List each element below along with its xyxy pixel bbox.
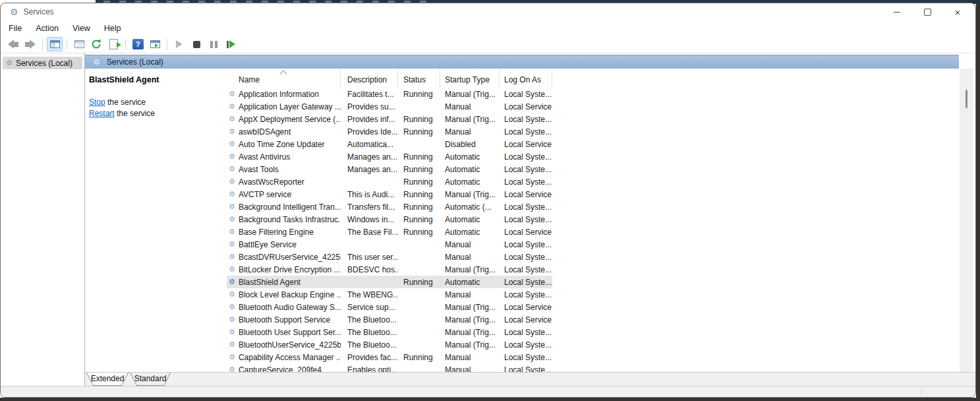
table-row[interactable]: ⚙ AvastWscReporter Running Automatic Loc… (227, 175, 552, 188)
cell-description: Windows in... (341, 215, 398, 224)
toolbar-separator (67, 39, 67, 50)
forward-button[interactable] (22, 37, 38, 51)
toolbar-separator (42, 39, 43, 50)
cell-startup-type: Automatic (440, 228, 500, 237)
table-row[interactable]: ⚙ AppX Deployment Service (... Provides … (227, 113, 552, 125)
table-row[interactable]: ⚙ Auto Time Zone Updater Automatica... D… (227, 138, 552, 150)
cell-status: Running (398, 90, 440, 99)
cell-log-on-as: Local Service (500, 140, 552, 149)
cell-status: Running (398, 190, 440, 199)
cell-status: Running (398, 228, 440, 237)
service-gear-icon: ⚙ (229, 153, 235, 160)
cell-log-on-as: Local Syste... (500, 165, 552, 174)
cell-startup-type: Automatic (440, 215, 500, 224)
table-row[interactable]: ⚙ BattlEye Service Manual Local Syste... (227, 238, 552, 251)
pause-service-button[interactable] (206, 37, 221, 51)
minimize-button[interactable] (882, 3, 912, 20)
toolbar-separator (125, 39, 126, 50)
restart-service-button[interactable] (223, 37, 239, 51)
restart-service-icon (227, 40, 235, 48)
start-service-icon (176, 40, 183, 48)
table-row[interactable]: ⚙ BcastDVRUserService_4225b This user se… (227, 251, 552, 263)
menu-view[interactable]: View (72, 24, 90, 33)
service-name-text: AvastWscReporter (239, 177, 304, 187)
maximize-button[interactable] (912, 3, 942, 20)
cell-log-on-as: Local Service (500, 102, 552, 111)
toolbar-separator (167, 39, 167, 50)
cell-status: Running (398, 278, 440, 287)
cell-log-on-as: Local Service (500, 315, 552, 324)
show-action-pane-button[interactable] (147, 37, 163, 51)
service-name-text: Application Layer Gateway ... (239, 102, 341, 111)
vertical-scrollbar[interactable] (960, 69, 973, 372)
service-name-text: AppX Deployment Service (... (239, 115, 341, 124)
table-row[interactable]: ⚙ Base Filtering Engine The Base Fil... … (227, 226, 552, 238)
toolbar: ? (1, 36, 975, 53)
service-gear-icon: ⚙ (229, 203, 235, 210)
cell-name: ⚙ BlastShield Agent (227, 278, 341, 287)
cell-log-on-as: Local Syste... (500, 115, 552, 124)
start-service-button[interactable] (171, 37, 187, 51)
minimize-icon (894, 12, 900, 13)
service-gear-icon: ⚙ (229, 115, 235, 123)
column-header-description[interactable]: Description (341, 69, 398, 88)
cell-description: Provides inf... (341, 115, 398, 124)
back-button[interactable] (5, 37, 21, 51)
refresh-button[interactable] (88, 37, 104, 51)
pane-header-title: Services (Local) (107, 57, 163, 67)
scrollbar-thumb[interactable] (966, 90, 967, 108)
table-row[interactable]: ⚙ BluetoothUserService_4225b The Bluetoo… (227, 338, 552, 351)
menu-action[interactable]: Action (36, 24, 59, 33)
table-row[interactable]: ⚙ BlastShield Agent Running Automatic Lo… (227, 276, 552, 288)
tab-standard[interactable]: Standard (130, 373, 171, 386)
table-row[interactable]: ⚙ Application Layer Gateway ... Provides… (227, 100, 552, 113)
menu-help[interactable]: Help (104, 24, 121, 33)
table-row[interactable]: ⚙ Avast Tools Manages an... Running Auto… (227, 163, 552, 175)
cell-log-on-as: Local Syste... (500, 365, 552, 373)
stop-service-button[interactable] (188, 37, 204, 51)
console-tree-panel: ⚙ Services (Local) (1, 53, 85, 386)
service-name-text: BcastDVRUserService_4225b (239, 253, 341, 262)
menu-file[interactable]: File (9, 24, 22, 33)
table-row[interactable]: ⚙ CaptureService_209fe4 Enables opti... … (227, 363, 552, 372)
show-console-tree-button[interactable] (47, 37, 63, 51)
cell-name: ⚙ Auto Time Zone Updater (227, 140, 341, 149)
cell-startup-type: Automatic (440, 278, 500, 287)
cell-description: Provides fac... (341, 353, 398, 362)
action-pane-icon (150, 40, 160, 48)
table-row[interactable]: ⚙ Background Intelligent Tran... Transfe… (227, 200, 552, 213)
table-row[interactable]: ⚙ Block Level Backup Engine ... The WBEN… (227, 288, 552, 301)
cell-startup-type: Manual (Trig... (440, 115, 500, 124)
table-row[interactable]: ⚙ aswbIDSAgent Provides Ide... Running M… (227, 125, 552, 138)
service-name-text: AVCTP service (239, 190, 291, 199)
table-row[interactable]: ⚙ Avast Antivirus Manages an... Running … (227, 150, 552, 163)
pane-header-gear-icon: ⚙ (93, 58, 100, 66)
services-app-icon: ⚙ (10, 7, 18, 16)
table-row[interactable]: ⚙ Bluetooth User Support Ser... The Blue… (227, 326, 552, 338)
service-gear-icon: ⚙ (229, 354, 235, 361)
tree-item-services-local[interactable]: ⚙ Services (Local) (3, 57, 82, 69)
column-header-log-on-as[interactable]: Log On As (500, 69, 552, 88)
cell-log-on-as: Local Syste... (500, 215, 552, 224)
column-header-status[interactable]: Status (398, 69, 440, 88)
restart-service-link[interactable]: Restart (89, 109, 115, 118)
properties-button[interactable] (71, 37, 87, 51)
table-row[interactable]: ⚙ Bluetooth Audio Gateway S... Service s… (227, 301, 552, 313)
cell-log-on-as: Local Syste... (500, 290, 552, 299)
help-button[interactable]: ? (130, 37, 146, 51)
close-button[interactable]: × (942, 3, 973, 20)
table-row[interactable]: ⚙ BitLocker Drive Encryption ... BDESVC … (227, 263, 552, 276)
tab-extended[interactable]: Extended (86, 373, 129, 386)
table-row[interactable]: ⚙ Application Information Facilitates t.… (227, 88, 552, 100)
cell-name: ⚙ Application Information (227, 90, 341, 99)
close-icon: × (955, 7, 961, 17)
export-list-button[interactable] (105, 37, 121, 51)
table-row[interactable]: ⚙ Bluetooth Support Service The Bluetoo.… (227, 313, 552, 326)
cell-name: ⚙ Block Level Backup Engine ... (227, 290, 341, 299)
column-header-startup-type[interactable]: Startup Type (440, 69, 500, 88)
table-row[interactable]: ⚙ Capability Access Manager ... Provides… (227, 351, 552, 363)
export-list-icon (109, 39, 118, 49)
stop-service-link[interactable]: Stop (89, 98, 105, 107)
table-row[interactable]: ⚙ AVCTP service This is Audi... Running … (227, 188, 552, 200)
table-row[interactable]: ⚙ Background Tasks Infrastruc... Windows… (227, 213, 552, 226)
